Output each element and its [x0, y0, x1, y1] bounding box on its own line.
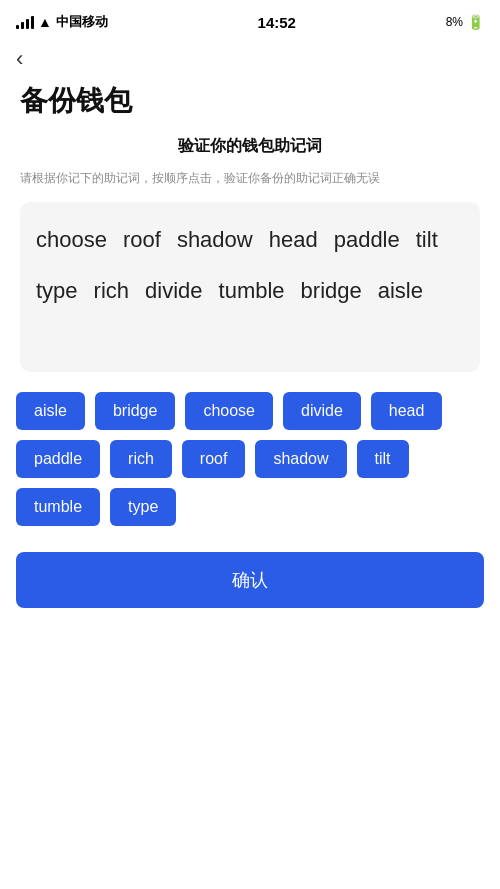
word-button-bridge[interactable]: bridge	[95, 392, 175, 430]
time-label: 14:52	[258, 14, 296, 31]
section-title: 验证你的钱包助记词	[20, 136, 480, 157]
word-display-grid: chooseroofshadowheadpaddletilttyperichdi…	[36, 222, 464, 316]
status-left: ▲ 中国移动	[16, 13, 108, 31]
word-display-area: chooseroofshadowheadpaddletilttyperichdi…	[20, 202, 480, 372]
display-word-item: divide	[145, 273, 202, 308]
word-button-divide[interactable]: divide	[283, 392, 361, 430]
confirm-button[interactable]: 确认	[16, 552, 484, 608]
status-bar: ▲ 中国移动 14:52 8% 🔋	[0, 0, 500, 40]
carrier-label: 中国移动	[56, 13, 108, 31]
status-right: 8% 🔋	[446, 14, 484, 30]
display-word-item: head	[269, 222, 318, 257]
word-button-paddle[interactable]: paddle	[16, 440, 100, 478]
display-word-item: choose	[36, 222, 107, 257]
display-word-item: roof	[123, 222, 161, 257]
display-word-item: type	[36, 273, 78, 308]
word-button-choose[interactable]: choose	[185, 392, 273, 430]
word-button-head[interactable]: head	[371, 392, 443, 430]
display-word-item: aisle	[378, 273, 423, 308]
section-desc: 请根据你记下的助记词，按顺序点击，验证你备份的助记词正确无误	[0, 169, 500, 188]
word-button-tumble[interactable]: tumble	[16, 488, 100, 526]
wifi-icon: ▲	[38, 14, 52, 30]
section-header: 验证你的钱包助记词	[0, 136, 500, 169]
word-buttons-area: aislebridgechoosedivideheadpaddlerichroo…	[0, 388, 500, 542]
word-button-rich[interactable]: rich	[110, 440, 172, 478]
battery-percent: 8%	[446, 15, 463, 29]
word-button-roof[interactable]: roof	[182, 440, 246, 478]
word-button-aisle[interactable]: aisle	[16, 392, 85, 430]
display-word-item: bridge	[301, 273, 362, 308]
signal-icon	[16, 15, 34, 29]
battery-icon: 🔋	[467, 14, 484, 30]
back-button[interactable]: ‹	[16, 48, 23, 70]
word-button-shadow[interactable]: shadow	[255, 440, 346, 478]
display-word-item: rich	[94, 273, 129, 308]
page-title: 备份钱包	[0, 74, 500, 136]
word-button-type[interactable]: type	[110, 488, 176, 526]
display-word-item: paddle	[334, 222, 400, 257]
nav-header: ‹	[0, 40, 500, 74]
display-word-item: tilt	[416, 222, 438, 257]
word-button-tilt[interactable]: tilt	[357, 440, 409, 478]
confirm-section: 确认	[0, 542, 500, 624]
display-word-item: shadow	[177, 222, 253, 257]
display-word-item: tumble	[219, 273, 285, 308]
